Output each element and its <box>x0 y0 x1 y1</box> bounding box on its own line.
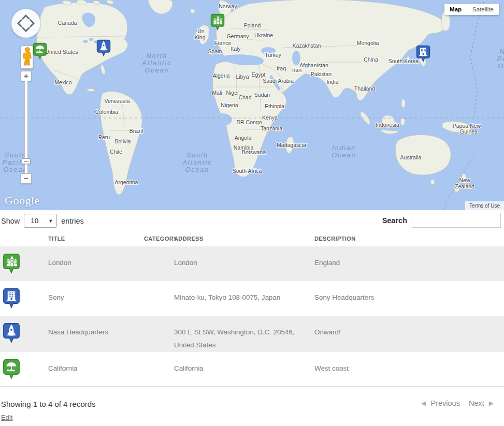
country-label: Un <box>197 28 205 34</box>
table-footer: Showing 1 to 4 of 4 records ◀ Previous N… <box>0 387 504 422</box>
country-label: Libya <box>236 74 249 80</box>
country-label: Thailand <box>354 85 375 92</box>
table-row[interactable]: London London England <box>0 246 504 281</box>
country-label: Canada <box>58 20 77 26</box>
world-map: NorthAtlanticOceanSouthPacificOceanSouth… <box>0 0 504 210</box>
country-label: United States <box>45 49 78 55</box>
country-label: Botswana <box>242 149 266 155</box>
next-arrow-icon[interactable]: ▶ <box>489 400 494 407</box>
chevron-down-icon: ▼ <box>48 218 53 224</box>
country-label: Bolivia <box>115 138 131 144</box>
country-label: Nigeria <box>221 102 238 108</box>
search-label: Search <box>382 216 407 225</box>
country-label: Brazil <box>129 128 143 134</box>
pan-control[interactable] <box>11 8 41 38</box>
country-label: Peru <box>98 134 110 140</box>
cell-title: California <box>46 352 141 387</box>
zoom-in-button[interactable]: + <box>21 71 32 81</box>
header-description[interactable]: DESCRIPTION <box>312 229 504 246</box>
google-logo[interactable]: Google <box>5 194 40 208</box>
cell-address: 300 E St SW, Washington, D.C. 20546, Uni… <box>171 316 312 352</box>
locations-table: TITLE CATEGORY ADDRESS DESCRIPTION Londo… <box>0 229 504 387</box>
ocean-label: NorthAtlanticOcean <box>142 52 172 74</box>
country-label: India <box>327 79 339 85</box>
cell-category <box>141 246 171 281</box>
cell-description: England <box>312 246 504 281</box>
ocean-label: SouthAtlanticOcean <box>182 152 212 173</box>
cell-category <box>141 316 171 352</box>
cell-description: Sony Headquarters <box>312 281 504 316</box>
map-type-satellite-button[interactable]: Satellite <box>467 4 499 15</box>
city-marker-icon <box>3 253 20 274</box>
cell-description: Onward! <box>312 316 504 352</box>
table-header-row: TITLE CATEGORY ADDRESS DESCRIPTION <box>0 229 504 246</box>
previous-button[interactable]: Previous <box>431 399 460 407</box>
country-label: Pakistan <box>311 71 332 77</box>
table-controls: Show 10 ▼ entries Search <box>0 210 504 229</box>
map-type-control: Map Satellite <box>444 4 499 15</box>
header-title[interactable]: TITLE <box>46 229 141 246</box>
country-label: Zealand <box>455 183 474 189</box>
page-size-select[interactable]: 10 ▼ <box>24 214 57 228</box>
country-label: New <box>459 177 470 183</box>
cell-title: Sony <box>46 281 141 316</box>
pegman-icon <box>21 46 33 68</box>
next-button[interactable]: Next <box>469 399 484 407</box>
cell-address: California <box>171 352 312 387</box>
country-label: Tanzania <box>261 125 282 131</box>
country-label: Australia <box>400 154 422 160</box>
country-label: Ukraine <box>254 32 273 38</box>
building-marker-icon <box>3 288 20 309</box>
pagination: ◀ Previous Next ▶ <box>421 399 494 407</box>
country-label: Argentina <box>115 179 138 185</box>
country-label: Ethiopia <box>265 103 284 109</box>
country-label: Spain <box>208 48 222 54</box>
zoom-control: + − <box>21 71 32 184</box>
country-label: Saudi Arabia <box>263 78 294 84</box>
country-label: Angola <box>235 135 252 141</box>
country-label: Mali <box>212 90 222 96</box>
country-label: Afghanistan <box>299 62 328 68</box>
terms-of-use-link[interactable]: Terms of Use <box>465 201 504 210</box>
zoom-slider-handle[interactable] <box>22 158 31 164</box>
header-category[interactable]: CATEGORY <box>141 229 171 246</box>
country-label: DR Congo <box>236 119 262 125</box>
cell-category <box>141 352 171 387</box>
country-label: Colombia <box>95 109 119 115</box>
zoom-out-button[interactable]: − <box>21 173 32 184</box>
cell-address: London <box>171 246 312 281</box>
table-row[interactable]: Sony Minato-ku, Tokyo 108-0075, Japan So… <box>0 281 504 316</box>
pegman-control[interactable] <box>21 46 33 69</box>
map-type-map-button[interactable]: Map <box>444 4 467 15</box>
map-canvas[interactable]: NorthAtlanticOceanSouthPacificOceanSouth… <box>0 0 504 210</box>
previous-arrow-icon[interactable]: ◀ <box>421 400 426 407</box>
table-row[interactable]: Nasa Headquarters 300 E St SW, Washingto… <box>0 316 504 352</box>
country-label: Italy <box>231 46 241 52</box>
country-label: Guinea <box>460 128 478 135</box>
country-label: Kenya <box>262 114 278 121</box>
country-label: Niger <box>226 90 239 96</box>
header-icon <box>0 229 46 246</box>
table-row[interactable]: California California West coast <box>0 352 504 387</box>
header-address[interactable]: ADDRESS <box>171 229 312 246</box>
country-label: Germany <box>226 33 249 39</box>
country-label: France <box>214 40 232 46</box>
edit-link[interactable]: Edit <box>1 414 12 421</box>
country-label: Venezuela <box>104 98 129 104</box>
country-label: South Africa <box>233 168 262 174</box>
country-label: Chad <box>238 94 251 100</box>
country-label: Madagascar <box>277 142 307 148</box>
country-label: Chile <box>110 149 122 155</box>
country-label: Mexico <box>54 79 71 85</box>
ocean-label: IndianOcean <box>332 144 356 159</box>
cell-title: London <box>46 246 141 281</box>
page-size-value: 10 <box>31 217 38 225</box>
country-label: South Korea <box>388 58 419 64</box>
cell-category <box>141 281 171 316</box>
search-input[interactable] <box>412 213 501 228</box>
show-label: Show <box>1 217 20 225</box>
zoom-slider-track[interactable] <box>24 81 28 173</box>
country-label: Norway <box>219 3 237 9</box>
rocket-marker-icon <box>3 322 20 344</box>
country-label: Egypt <box>252 71 266 78</box>
